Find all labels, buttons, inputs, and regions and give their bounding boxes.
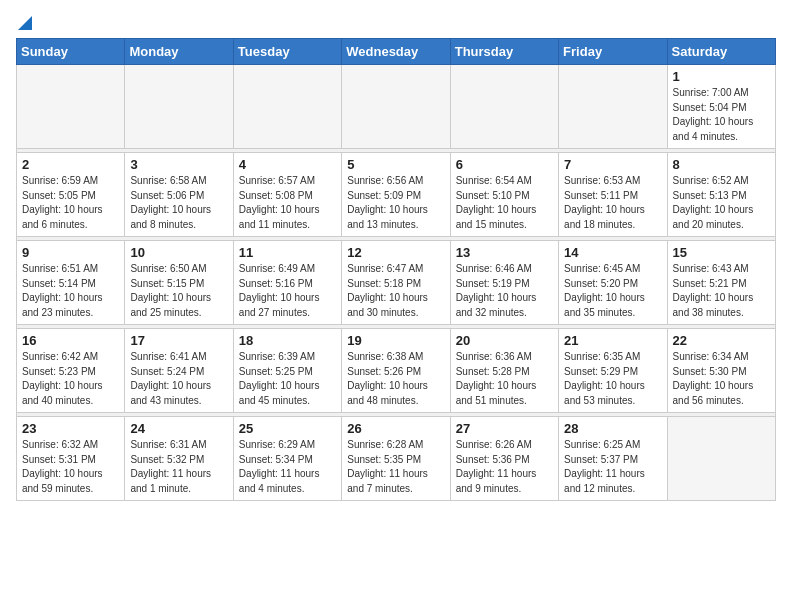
day-cell: 8Sunrise: 6:52 AM Sunset: 5:13 PM Daylig… — [667, 153, 775, 237]
week-row-3: 9Sunrise: 6:51 AM Sunset: 5:14 PM Daylig… — [17, 241, 776, 325]
day-number: 10 — [130, 245, 227, 260]
day-number: 4 — [239, 157, 336, 172]
day-number: 17 — [130, 333, 227, 348]
logo-arrow-icon — [18, 16, 32, 34]
weekday-header-tuesday: Tuesday — [233, 39, 341, 65]
day-number: 16 — [22, 333, 119, 348]
day-number: 13 — [456, 245, 553, 260]
day-info: Sunrise: 6:54 AM Sunset: 5:10 PM Dayligh… — [456, 174, 553, 232]
day-number: 22 — [673, 333, 770, 348]
weekday-header-saturday: Saturday — [667, 39, 775, 65]
day-info: Sunrise: 6:49 AM Sunset: 5:16 PM Dayligh… — [239, 262, 336, 320]
day-cell: 7Sunrise: 6:53 AM Sunset: 5:11 PM Daylig… — [559, 153, 667, 237]
day-cell: 24Sunrise: 6:31 AM Sunset: 5:32 PM Dayli… — [125, 417, 233, 501]
day-info: Sunrise: 6:31 AM Sunset: 5:32 PM Dayligh… — [130, 438, 227, 496]
day-number: 8 — [673, 157, 770, 172]
day-number: 3 — [130, 157, 227, 172]
day-info: Sunrise: 6:53 AM Sunset: 5:11 PM Dayligh… — [564, 174, 661, 232]
day-cell — [233, 65, 341, 149]
day-info: Sunrise: 6:45 AM Sunset: 5:20 PM Dayligh… — [564, 262, 661, 320]
day-number: 19 — [347, 333, 444, 348]
day-cell: 3Sunrise: 6:58 AM Sunset: 5:06 PM Daylig… — [125, 153, 233, 237]
logo — [16, 16, 32, 30]
day-info: Sunrise: 6:50 AM Sunset: 5:15 PM Dayligh… — [130, 262, 227, 320]
day-number: 25 — [239, 421, 336, 436]
day-info: Sunrise: 6:46 AM Sunset: 5:19 PM Dayligh… — [456, 262, 553, 320]
day-info: Sunrise: 6:59 AM Sunset: 5:05 PM Dayligh… — [22, 174, 119, 232]
day-cell: 18Sunrise: 6:39 AM Sunset: 5:25 PM Dayli… — [233, 329, 341, 413]
header — [16, 16, 776, 30]
day-cell: 21Sunrise: 6:35 AM Sunset: 5:29 PM Dayli… — [559, 329, 667, 413]
day-info: Sunrise: 6:26 AM Sunset: 5:36 PM Dayligh… — [456, 438, 553, 496]
day-cell: 26Sunrise: 6:28 AM Sunset: 5:35 PM Dayli… — [342, 417, 450, 501]
day-cell: 1Sunrise: 7:00 AM Sunset: 5:04 PM Daylig… — [667, 65, 775, 149]
day-cell: 9Sunrise: 6:51 AM Sunset: 5:14 PM Daylig… — [17, 241, 125, 325]
day-number: 27 — [456, 421, 553, 436]
day-info: Sunrise: 6:25 AM Sunset: 5:37 PM Dayligh… — [564, 438, 661, 496]
day-cell: 25Sunrise: 6:29 AM Sunset: 5:34 PM Dayli… — [233, 417, 341, 501]
day-info: Sunrise: 6:35 AM Sunset: 5:29 PM Dayligh… — [564, 350, 661, 408]
day-cell: 16Sunrise: 6:42 AM Sunset: 5:23 PM Dayli… — [17, 329, 125, 413]
svg-marker-0 — [18, 16, 32, 30]
day-cell: 14Sunrise: 6:45 AM Sunset: 5:20 PM Dayli… — [559, 241, 667, 325]
day-cell: 19Sunrise: 6:38 AM Sunset: 5:26 PM Dayli… — [342, 329, 450, 413]
day-info: Sunrise: 6:39 AM Sunset: 5:25 PM Dayligh… — [239, 350, 336, 408]
weekday-header-monday: Monday — [125, 39, 233, 65]
day-number: 11 — [239, 245, 336, 260]
week-row-4: 16Sunrise: 6:42 AM Sunset: 5:23 PM Dayli… — [17, 329, 776, 413]
day-info: Sunrise: 6:56 AM Sunset: 5:09 PM Dayligh… — [347, 174, 444, 232]
week-row-1: 1Sunrise: 7:00 AM Sunset: 5:04 PM Daylig… — [17, 65, 776, 149]
day-cell: 2Sunrise: 6:59 AM Sunset: 5:05 PM Daylig… — [17, 153, 125, 237]
day-number: 1 — [673, 69, 770, 84]
day-cell: 15Sunrise: 6:43 AM Sunset: 5:21 PM Dayli… — [667, 241, 775, 325]
day-info: Sunrise: 6:58 AM Sunset: 5:06 PM Dayligh… — [130, 174, 227, 232]
day-cell — [342, 65, 450, 149]
day-number: 21 — [564, 333, 661, 348]
day-number: 28 — [564, 421, 661, 436]
day-number: 2 — [22, 157, 119, 172]
day-info: Sunrise: 6:42 AM Sunset: 5:23 PM Dayligh… — [22, 350, 119, 408]
day-info: Sunrise: 6:41 AM Sunset: 5:24 PM Dayligh… — [130, 350, 227, 408]
day-info: Sunrise: 6:28 AM Sunset: 5:35 PM Dayligh… — [347, 438, 444, 496]
day-number: 5 — [347, 157, 444, 172]
week-row-5: 23Sunrise: 6:32 AM Sunset: 5:31 PM Dayli… — [17, 417, 776, 501]
day-cell — [125, 65, 233, 149]
day-number: 6 — [456, 157, 553, 172]
day-info: Sunrise: 6:32 AM Sunset: 5:31 PM Dayligh… — [22, 438, 119, 496]
day-cell — [450, 65, 558, 149]
day-info: Sunrise: 6:51 AM Sunset: 5:14 PM Dayligh… — [22, 262, 119, 320]
day-cell: 4Sunrise: 6:57 AM Sunset: 5:08 PM Daylig… — [233, 153, 341, 237]
day-info: Sunrise: 6:29 AM Sunset: 5:34 PM Dayligh… — [239, 438, 336, 496]
day-cell: 22Sunrise: 6:34 AM Sunset: 5:30 PM Dayli… — [667, 329, 775, 413]
day-cell: 27Sunrise: 6:26 AM Sunset: 5:36 PM Dayli… — [450, 417, 558, 501]
day-cell: 12Sunrise: 6:47 AM Sunset: 5:18 PM Dayli… — [342, 241, 450, 325]
calendar-table: SundayMondayTuesdayWednesdayThursdayFrid… — [16, 38, 776, 501]
day-cell — [17, 65, 125, 149]
day-number: 18 — [239, 333, 336, 348]
day-number: 20 — [456, 333, 553, 348]
day-number: 14 — [564, 245, 661, 260]
day-cell: 5Sunrise: 6:56 AM Sunset: 5:09 PM Daylig… — [342, 153, 450, 237]
day-info: Sunrise: 6:47 AM Sunset: 5:18 PM Dayligh… — [347, 262, 444, 320]
day-info: Sunrise: 6:36 AM Sunset: 5:28 PM Dayligh… — [456, 350, 553, 408]
weekday-header-row: SundayMondayTuesdayWednesdayThursdayFrid… — [17, 39, 776, 65]
day-cell: 6Sunrise: 6:54 AM Sunset: 5:10 PM Daylig… — [450, 153, 558, 237]
day-cell — [559, 65, 667, 149]
day-cell: 28Sunrise: 6:25 AM Sunset: 5:37 PM Dayli… — [559, 417, 667, 501]
day-info: Sunrise: 6:38 AM Sunset: 5:26 PM Dayligh… — [347, 350, 444, 408]
day-number: 23 — [22, 421, 119, 436]
day-info: Sunrise: 6:34 AM Sunset: 5:30 PM Dayligh… — [673, 350, 770, 408]
day-info: Sunrise: 6:52 AM Sunset: 5:13 PM Dayligh… — [673, 174, 770, 232]
day-cell: 20Sunrise: 6:36 AM Sunset: 5:28 PM Dayli… — [450, 329, 558, 413]
weekday-header-friday: Friday — [559, 39, 667, 65]
day-number: 12 — [347, 245, 444, 260]
week-row-2: 2Sunrise: 6:59 AM Sunset: 5:05 PM Daylig… — [17, 153, 776, 237]
day-info: Sunrise: 6:43 AM Sunset: 5:21 PM Dayligh… — [673, 262, 770, 320]
day-number: 26 — [347, 421, 444, 436]
day-cell: 10Sunrise: 6:50 AM Sunset: 5:15 PM Dayli… — [125, 241, 233, 325]
day-number: 15 — [673, 245, 770, 260]
day-cell: 17Sunrise: 6:41 AM Sunset: 5:24 PM Dayli… — [125, 329, 233, 413]
weekday-header-sunday: Sunday — [17, 39, 125, 65]
day-cell: 11Sunrise: 6:49 AM Sunset: 5:16 PM Dayli… — [233, 241, 341, 325]
day-number: 7 — [564, 157, 661, 172]
